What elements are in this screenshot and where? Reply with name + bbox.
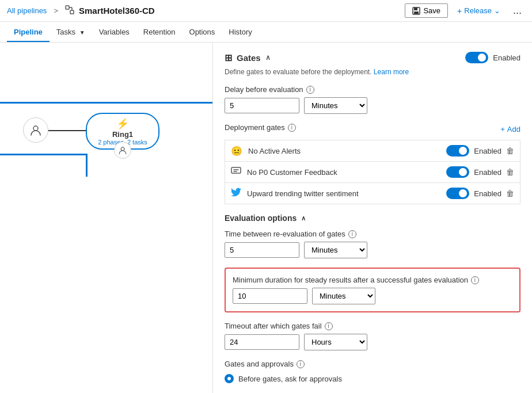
gates-chevron-up-icon: ∧ [265,54,271,62]
breadcrumb-link[interactable]: All pipelines [7,6,47,15]
release-button[interactable]: + Release ⌄ [453,4,505,18]
delay-unit-select[interactable]: Minutes Hours Days [304,97,367,114]
tasks-chevron-icon: ▼ [79,29,85,36]
deployment-gates-label: Deployment gates i [225,123,296,132]
delay-section: Delay before evaluation i 5 Minutes Hour… [225,85,520,114]
delay-label: Delay before evaluation i [225,85,520,94]
svg-rect-1 [70,10,74,14]
tab-history[interactable]: History [222,23,259,42]
save-icon [412,7,420,15]
gate-delete-3[interactable]: 🗑 [506,189,514,198]
timeout-info-icon[interactable]: i [325,322,333,330]
svg-point-7 [33,126,38,131]
gate-item-no-p0-feedback: No P0 Customer Feedback Enabled 🗑 [225,161,520,182]
stage-node-icon: ⚡ [116,117,129,130]
gates-panel: ⊞ Gates ∧ Enabled Define gates to evalua… [213,43,532,393]
pipeline-title: SmartHotel360-CD [79,6,155,16]
re-eval-label: Time between re-evaluation of gates i [225,230,520,238]
min-duration-value-input[interactable] [233,288,307,304]
gate-delete-2[interactable]: 🗑 [506,167,514,177]
save-button[interactable]: Save [405,3,448,18]
svg-rect-5 [414,7,417,10]
gate-name-1: No Active Alerts [248,147,301,155]
stage-node[interactable]: ⚡ Ring1 2 phases, 2 tasks [86,113,159,150]
radio-before-gates-label: Before gates, ask for approvals [238,375,342,383]
gate-right-3: Enabled 🗑 [446,188,514,199]
deployment-gates-header: Deployment gates i + Add [225,123,520,135]
timeout-label: Timeout after which gates fail i [225,322,520,330]
add-gate-button[interactable]: + Add [500,125,520,133]
gate-delete-1[interactable]: 🗑 [506,146,514,155]
toggle-group: Enabled [465,52,520,63]
svg-rect-0 [66,6,69,9]
delay-info-icon[interactable]: i [306,86,314,94]
plus-icon: + [457,6,462,16]
pipeline-icon [65,5,74,16]
gate-left-3: Upward trending twitter sentiment [231,188,359,199]
header-left: All pipelines > SmartHotel360-CD [7,5,155,16]
re-eval-unit-select[interactable]: Minutes Hours [304,242,367,258]
timeout-input-row: Hours Minutes Days [225,334,520,350]
re-eval-value-input[interactable] [225,242,299,258]
gate-toggle-2[interactable] [446,166,469,178]
gate-right-1: Enabled 🗑 [446,145,514,157]
min-duration-unit-select[interactable]: Minutes Hours [312,288,375,304]
gate-enabled-label-2: Enabled [474,168,501,177]
radio-before-gates[interactable]: Before gates, ask for approvals [225,374,520,383]
delay-input-row: 5 Minutes Hours Days [225,97,520,114]
svg-rect-9 [231,167,241,173]
eval-chevron-up-icon: ∧ [301,215,306,222]
gate-name-3: Upward trending twitter sentiment [247,189,359,198]
person-icon [29,124,42,136]
gate-left-1: 😐 No Active Alerts [231,146,301,157]
gate-left-2: No P0 Customer Feedback [231,167,337,178]
add-plus-icon: + [500,125,505,133]
chevron-down-icon: ⌄ [494,6,500,15]
tab-tasks-label: Tasks [56,28,75,36]
gate-enabled-label-1: Enabled [474,147,501,155]
stage-person-node [114,142,131,159]
gates-header: ⊞ Gates ∧ Enabled [225,52,520,63]
learn-more-link[interactable]: Learn more [374,68,409,76]
deployment-gates-section: Deployment gates i + Add 😐 No Active Ale… [225,123,520,204]
tab-pipeline[interactable]: Pipeline [7,23,50,42]
gate-icon-2 [231,167,241,178]
gate-item-no-active-alerts: 😐 No Active Alerts Enabled 🗑 [225,140,520,161]
tab-tasks[interactable]: Tasks ▼ [50,23,92,42]
gate-icon-3 [231,188,241,199]
re-eval-input-row: Minutes Hours [225,242,520,258]
tab-retention[interactable]: Retention [136,23,183,42]
gate-toggle-3[interactable] [446,188,469,199]
svg-point-8 [121,147,124,151]
nav-tabs: Pipeline Tasks ▼ Variables Retention Opt… [0,22,532,43]
tab-options[interactable]: Options [183,23,222,42]
evaluation-options-header: Evaluation options ∧ [225,213,520,223]
gates-approvals-label: Gates and approvals i [225,360,520,368]
re-eval-info-icon[interactable]: i [348,230,356,238]
radio-circle-icon [225,374,234,383]
gates-description: Define gates to evaluate before the depl… [225,68,520,76]
timeout-section: Timeout after which gates fail i Hours M… [225,322,520,350]
svg-rect-6 [414,12,419,14]
min-duration-info-icon[interactable]: i [471,276,479,284]
deployment-gates-info-icon[interactable]: i [288,124,296,132]
gate-name-2: No P0 Customer Feedback [247,168,337,177]
approver-node [23,117,48,143]
blue-bar-vert [86,154,88,177]
gates-toggle[interactable] [465,52,488,63]
gate-right-2: Enabled 🗑 [446,166,514,178]
header: All pipelines > SmartHotel360-CD Save + … [0,0,532,22]
gate-toggle-1[interactable] [446,145,469,157]
delay-value-input[interactable]: 5 [225,98,299,113]
re-eval-section: Time between re-evaluation of gates i Mi… [225,230,520,258]
gates-approvals-info-icon[interactable]: i [297,360,305,368]
more-options-button[interactable]: ... [510,3,525,18]
gate-item-twitter-sentiment: Upward trending twitter sentiment Enable… [225,182,520,204]
stage-node-name: Ring1 [112,130,133,139]
tab-variables[interactable]: Variables [92,23,136,42]
gate-emoji-1: 😐 [231,146,242,157]
timeout-value-input[interactable] [225,334,299,350]
stage-person-icon [118,146,127,155]
header-right: Save + Release ⌄ ... [405,3,525,18]
timeout-unit-select[interactable]: Hours Minutes Days [304,334,367,350]
